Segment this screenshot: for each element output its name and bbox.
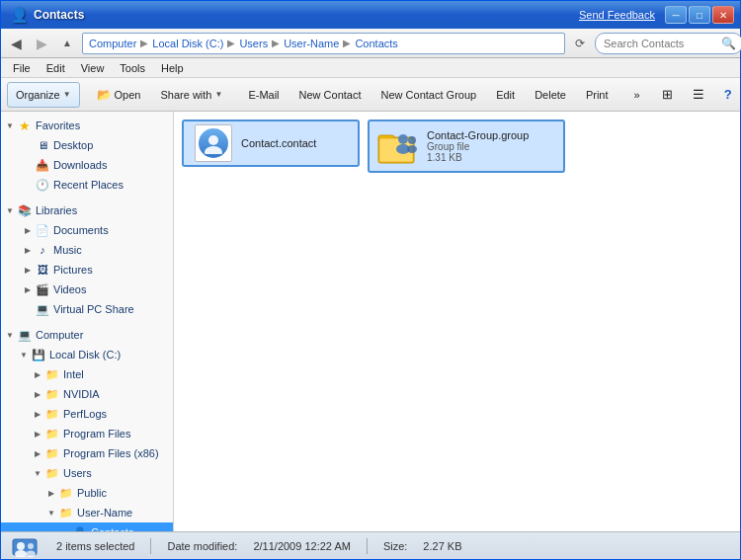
recent-label: Recent Places xyxy=(53,179,124,191)
menu-edit[interactable]: Edit xyxy=(39,60,73,76)
print-label: Print xyxy=(586,89,609,101)
edit-button[interactable]: Edit xyxy=(487,82,524,108)
toolbar: Organize ▼ 📂 Open Share with ▼ E-Mail Ne… xyxy=(1,78,740,112)
send-feedback-link[interactable]: Send Feedback xyxy=(579,9,655,21)
up-button[interactable]: ▲ xyxy=(56,33,78,54)
public-label: Public xyxy=(77,487,107,499)
path-item-contacts[interactable]: Contacts xyxy=(355,38,397,49)
svg-point-5 xyxy=(398,134,408,144)
sidebar-item-videos[interactable]: ▶ 🎬 Videos xyxy=(1,280,173,299)
public-icon: 📁 xyxy=(58,485,74,501)
nvidia-icon: 📁 xyxy=(44,386,60,402)
delete-button[interactable]: Delete xyxy=(526,82,575,108)
refresh-button[interactable]: ⟳ xyxy=(569,33,591,54)
sidebar-item-downloads[interactable]: 📥 Downloads xyxy=(1,155,173,175)
sidebar-item-documents[interactable]: ▶ 📄 Documents xyxy=(1,220,173,240)
path-item-computer[interactable]: Computer xyxy=(89,38,136,49)
organize-label: Organize xyxy=(16,89,60,101)
sidebar-item-music[interactable]: ▶ ♪ Music xyxy=(1,240,173,260)
users-label: Users xyxy=(63,467,92,479)
sidebar-item-contacts[interactable]: 👤 Contacts xyxy=(1,522,173,531)
sidebar-item-localdisk[interactable]: ▼ 💾 Local Disk (C:) xyxy=(1,345,173,364)
search-icon[interactable]: 🔍 xyxy=(721,37,736,50)
back-button[interactable]: ◀ xyxy=(5,33,27,54)
sidebar-item-username[interactable]: ▼ 📁 User-Name xyxy=(1,503,173,522)
file-item-group[interactable]: Contact-Group.group Group file 1.31 KB xyxy=(368,120,565,173)
new-contact-button[interactable]: New Contact xyxy=(290,82,370,108)
sidebar-item-desktop[interactable]: 🖥 Desktop xyxy=(1,135,173,155)
pictures-icon: 🖼 xyxy=(35,262,50,278)
status-bar: 2 items selected Date modified: 2/11/200… xyxy=(1,531,740,559)
sidebar-item-computer[interactable]: ▼ 💻 Computer xyxy=(1,325,173,345)
help-icon-button[interactable]: ? xyxy=(715,82,741,108)
file-item-contact[interactable]: Contact.contact xyxy=(182,120,360,167)
recent-arrow xyxy=(21,178,35,192)
contact-filename: Contact.contact xyxy=(241,137,316,149)
close-button[interactable]: ✕ xyxy=(712,6,734,24)
sidebar-item-programfilesx86[interactable]: ▶ 📁 Program Files (x86) xyxy=(1,443,173,463)
share-with-label: Share with xyxy=(160,89,211,101)
maximize-button[interactable]: □ xyxy=(689,6,710,24)
new-contact-group-button[interactable]: New Contact Group xyxy=(372,82,486,108)
menu-file[interactable]: File xyxy=(5,60,39,76)
computer-arrow: ▼ xyxy=(3,328,17,342)
view-options-button[interactable]: ⊞ xyxy=(653,82,682,108)
email-label: E-Mail xyxy=(248,89,279,101)
delete-label: Delete xyxy=(535,89,566,101)
group-filename: Contact-Group.group xyxy=(427,129,529,141)
localdisk-icon: 💾 xyxy=(31,347,46,362)
svg-point-8 xyxy=(407,145,417,153)
sidebar-item-favorites[interactable]: ▼ ★ Favorites xyxy=(1,116,173,135)
sidebar-item-libraries[interactable]: ▼ 📚 Libraries xyxy=(1,200,173,220)
pictures-arrow: ▶ xyxy=(21,263,35,277)
downloads-icon: 📥 xyxy=(35,157,50,173)
details-view-button[interactable]: ☰ xyxy=(684,82,713,108)
path-item-username[interactable]: User-Name xyxy=(284,38,339,49)
sidebar-item-public[interactable]: ▶ 📁 Public xyxy=(1,483,173,503)
sidebar-item-virtualpc[interactable]: 💻 Virtual PC Share xyxy=(1,299,173,319)
status-sep-1 xyxy=(150,538,151,554)
downloads-label: Downloads xyxy=(53,159,107,171)
more-button[interactable]: » xyxy=(625,82,649,108)
username-arrow: ▼ xyxy=(44,506,58,520)
menu-view[interactable]: View xyxy=(73,60,113,76)
videos-label: Videos xyxy=(53,283,86,295)
menu-bar: File Edit View Tools Help xyxy=(1,58,740,78)
window-title: Contacts xyxy=(34,8,84,22)
path-item-localdisk[interactable]: Local Disk (C:) xyxy=(152,38,223,49)
sidebar-item-programfiles[interactable]: ▶ 📁 Program Files xyxy=(1,424,173,443)
menu-tools[interactable]: Tools xyxy=(112,60,153,76)
documents-icon: 📄 xyxy=(35,222,50,238)
file-list: Contact.contact xyxy=(174,112,740,531)
sidebar-item-pictures[interactable]: ▶ 🖼 Pictures xyxy=(1,260,173,280)
sidebar-item-perflogs[interactable]: ▶ 📁 PerfLogs xyxy=(1,404,173,424)
menu-help[interactable]: Help xyxy=(153,60,192,76)
music-arrow: ▶ xyxy=(21,243,35,257)
email-button[interactable]: E-Mail xyxy=(239,82,288,108)
intel-icon: 📁 xyxy=(44,366,60,382)
pictures-label: Pictures xyxy=(53,264,93,276)
status-date-value: 2/11/2009 12:22 AM xyxy=(253,540,350,552)
libraries-arrow: ▼ xyxy=(3,203,17,217)
sidebar-item-users[interactable]: ▼ 📁 Users xyxy=(1,463,173,483)
videos-arrow: ▶ xyxy=(21,282,35,296)
perflogs-icon: 📁 xyxy=(44,406,60,422)
search-input[interactable] xyxy=(595,33,741,54)
intel-label: Intel xyxy=(63,368,84,380)
path-item-users[interactable]: Users xyxy=(239,38,268,49)
share-with-button[interactable]: Share with ▼ xyxy=(151,82,231,108)
path-sep-1: ▶ xyxy=(140,38,148,48)
organize-button[interactable]: Organize ▼ xyxy=(7,82,80,108)
minimize-button[interactable]: ─ xyxy=(665,6,687,24)
svg-point-7 xyxy=(408,136,416,144)
open-button[interactable]: 📂 Open xyxy=(88,82,150,108)
sidebar-item-intel[interactable]: ▶ 📁 Intel xyxy=(1,364,173,384)
sidebar-item-recent[interactable]: 🕐 Recent Places xyxy=(1,175,173,195)
documents-label: Documents xyxy=(53,224,109,236)
print-button[interactable]: Print xyxy=(577,82,618,108)
programfiles-icon: 📁 xyxy=(44,426,60,441)
svg-point-10 xyxy=(17,542,25,550)
forward-button[interactable]: ▶ xyxy=(31,33,52,54)
sidebar-item-nvidia[interactable]: ▶ 📁 NVIDIA xyxy=(1,384,173,404)
localdisk-label: Local Disk (C:) xyxy=(49,349,121,360)
